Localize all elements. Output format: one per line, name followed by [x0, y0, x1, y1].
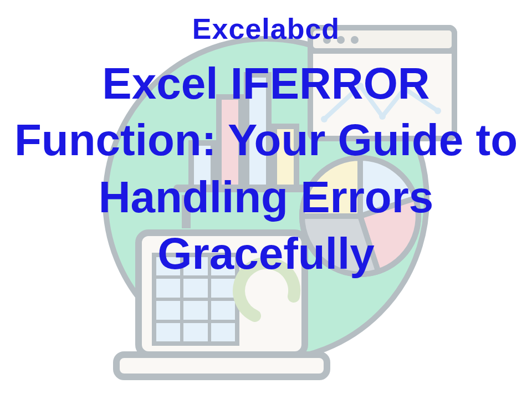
main-title: Excel IFERROR Function: Your Guide to Ha… — [0, 55, 532, 283]
text-layer: Excelabcd Excel IFERROR Function: Your G… — [0, 0, 532, 399]
brand-heading: Excelabcd — [192, 12, 340, 45]
